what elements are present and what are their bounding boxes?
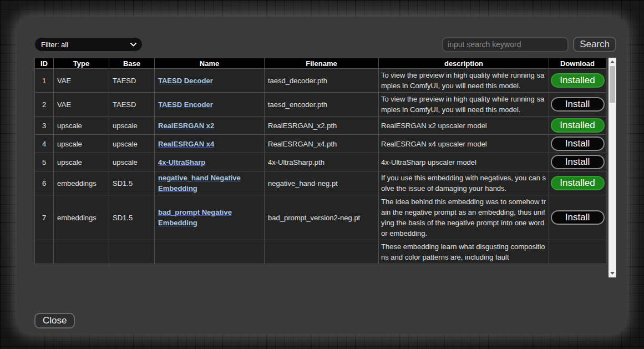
cell-type: upscale (54, 117, 109, 135)
cell-base: SD1.5 (109, 195, 155, 240)
scrollbar-thumb[interactable] (610, 66, 615, 103)
cell-base: upscale (109, 117, 155, 135)
column-header-name: Name (155, 58, 265, 69)
chevron-down-icon (130, 43, 136, 47)
cell-description: These embedding learn what disgusting co… (379, 240, 549, 264)
model-name-link[interactable]: RealESRGAN x2 (158, 122, 214, 130)
model-name-link[interactable]: bad_prompt Negative Embedding (158, 208, 232, 227)
scroll-up-icon[interactable] (608, 58, 616, 66)
cell-filename: 4x-UltraSharp.pth (265, 153, 379, 171)
cell-id: 1 (35, 69, 54, 93)
cell-description: To view the preview in high quality whil… (379, 69, 549, 93)
cell-name (155, 240, 265, 264)
cell-description: 4x-UltraSharp upscaler model (379, 153, 549, 171)
column-header-type: Type (54, 58, 109, 69)
installed-button[interactable]: Installed (551, 73, 605, 88)
cell-base (109, 240, 155, 264)
column-header-base: Base (109, 58, 155, 69)
cell-type: embeddings (54, 171, 109, 195)
cell-id (35, 240, 54, 264)
installed-button[interactable]: Installed (551, 118, 605, 133)
cell-base: upscale (109, 153, 155, 171)
cell-type (54, 240, 109, 264)
cell-filename: RealESRGAN_x4.pth (265, 135, 379, 153)
search-group: Search (442, 37, 616, 52)
table-row: 1 VAE TAESD TAESD Decoder taesd_decoder.… (35, 69, 606, 93)
cell-filename: taesd_decoder.pth (265, 69, 379, 93)
cell-base: TAESD (109, 93, 155, 117)
cell-description: To view the preview in high quality whil… (379, 93, 549, 117)
cell-type: VAE (54, 69, 109, 93)
install-button[interactable]: Install (551, 155, 605, 169)
column-header-description: description (379, 58, 549, 69)
cell-description: RealESRGAN x2 upscaler model (379, 117, 549, 135)
cell-description: The idea behind this embedding was to so… (379, 195, 549, 240)
cell-filename: bad_prompt_version2-neg.pt (265, 195, 379, 240)
close-button[interactable]: Close (34, 313, 75, 328)
cell-type: embeddings (54, 195, 109, 240)
dialog-footer: Close (34, 313, 616, 328)
cell-id: 4 (35, 135, 54, 153)
cell-description: If you use this embedding with negatives… (379, 171, 549, 195)
table-row: 5 upscale upscale 4x-UltraSharp 4x-Ultra… (35, 153, 606, 171)
cell-id: 7 (35, 195, 54, 240)
filter-select[interactable]: Filter: all (34, 37, 143, 52)
model-name-link[interactable]: negative_hand Negative Embedding (158, 174, 241, 193)
model-name-link[interactable]: TAESD Encoder (158, 100, 213, 109)
model-name-link[interactable]: RealESRGAN x4 (158, 140, 214, 148)
table-scrollbar[interactable] (608, 58, 616, 277)
search-button[interactable]: Search (573, 37, 616, 52)
column-header-id: ID (35, 58, 54, 69)
table-row: 6 embeddings SD1.5 negative_hand Negativ… (35, 171, 606, 195)
cell-filename: RealESRGAN_x2.pth (265, 117, 379, 135)
toolbar: Filter: all Search (34, 37, 616, 52)
model-table: ID Type Base Name Filename description D… (34, 58, 606, 264)
table-row: 2 VAE TAESD TAESD Encoder taesd_encoder.… (35, 93, 606, 117)
column-header-filename: Filename (265, 58, 379, 69)
table-row: 4 upscale upscale RealESRGAN x4 RealESRG… (35, 135, 606, 153)
cell-type: upscale (54, 135, 109, 153)
cell-filename: negative_hand-neg.pt (265, 171, 379, 195)
cell-id: 3 (35, 117, 54, 135)
cell-download (549, 240, 606, 264)
cell-id: 6 (35, 171, 54, 195)
cell-type: upscale (54, 153, 109, 171)
scroll-down-icon[interactable] (608, 269, 616, 277)
cell-description: RealESRGAN x4 upscaler model (379, 135, 549, 153)
model-manager-dialog: Filter: all Search ID Type (17, 17, 627, 334)
table-row: 7 embeddings SD1.5 bad_prompt Negative E… (35, 195, 606, 240)
installed-button[interactable]: Installed (551, 176, 605, 190)
model-name-link[interactable]: TAESD Decoder (158, 77, 213, 85)
model-table-clip: ID Type Base Name Filename description D… (34, 58, 606, 277)
search-input[interactable] (442, 37, 569, 52)
cell-id: 5 (35, 153, 54, 171)
model-table-container: ID Type Base Name Filename description D… (34, 58, 616, 277)
filter-select-label: Filter: all (41, 41, 68, 49)
install-button[interactable]: Install (551, 210, 605, 225)
cell-base: TAESD (109, 69, 155, 93)
install-button[interactable]: Install (551, 97, 605, 112)
install-button[interactable]: Install (551, 136, 605, 151)
table-row: 3 upscale upscale RealESRGAN x2 RealESRG… (35, 117, 606, 135)
cell-base: upscale (109, 135, 155, 153)
cell-filename: taesd_encoder.pth (265, 93, 379, 117)
cell-type: VAE (54, 93, 109, 117)
column-header-download: Download (549, 58, 606, 69)
cell-id: 2 (35, 93, 54, 117)
table-header-row: ID Type Base Name Filename description D… (35, 58, 606, 69)
table-row-partial: These embedding learn what disgusting co… (35, 240, 606, 264)
cell-base: SD1.5 (109, 171, 155, 195)
cell-filename (265, 240, 379, 264)
model-name-link[interactable]: 4x-UltraSharp (158, 158, 205, 166)
